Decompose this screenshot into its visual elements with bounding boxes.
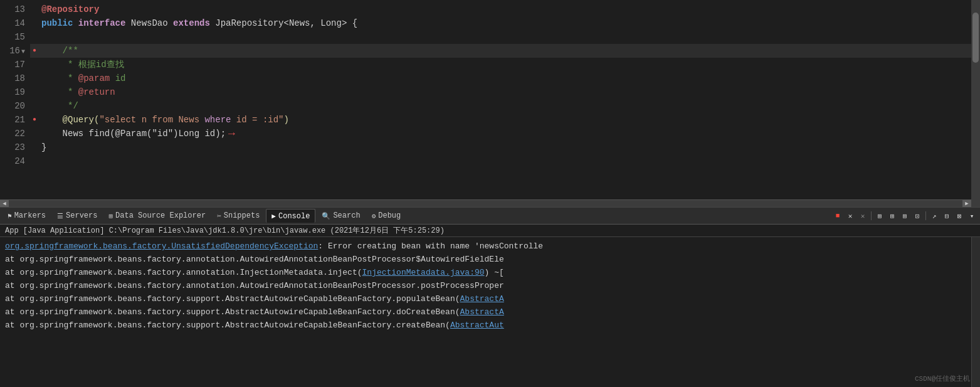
dropdown-btn[interactable]: ▾ bbox=[966, 210, 977, 221]
breakpoint-dot[interactable]: ● bbox=[33, 44, 41, 58]
close-btn[interactable]: ⊠ bbox=[954, 210, 965, 221]
console-line: at org.springframework.beans.factory.ann… bbox=[0, 253, 980, 266]
breakpoint-dot[interactable]: ● bbox=[33, 113, 41, 127]
code-token: "select n from News bbox=[99, 113, 204, 127]
console-toolbar: ■✕✕⊞⊞⊞⊡↗⊟⊠▾ bbox=[832, 210, 977, 221]
tab-snippets[interactable]: ✂Snippets bbox=[212, 209, 265, 223]
tab-label: Data Source Explorer bbox=[115, 211, 206, 220]
right-panel bbox=[971, 237, 980, 387]
console-prefix: at org.springframework.beans.factory.ann… bbox=[5, 268, 362, 277]
line-number: 18 bbox=[8, 72, 25, 85]
code-token: public bbox=[41, 16, 78, 30]
code-token: ) bbox=[283, 113, 288, 127]
code-token: @Query( bbox=[41, 113, 99, 127]
scroll-track bbox=[9, 200, 962, 208]
line-number: 20 bbox=[8, 99, 25, 113]
code-editor: 13141516▼1718192021222324 @Repositorypub… bbox=[0, 0, 980, 207]
code-line: * @param id bbox=[30, 72, 971, 85]
view-btn1[interactable]: ⊞ bbox=[874, 210, 885, 221]
separator bbox=[871, 211, 872, 220]
tab-icon: ⊞ bbox=[108, 212, 113, 220]
vertical-scrollbar[interactable] bbox=[971, 0, 980, 207]
code-line: * @return bbox=[30, 85, 971, 99]
tab-icon: ☰ bbox=[57, 212, 63, 220]
tab-servers[interactable]: ☰Servers bbox=[52, 209, 102, 223]
code-line: ● /** bbox=[30, 44, 971, 58]
tab-icon: ⚙ bbox=[372, 212, 376, 220]
horizontal-scrollbar[interactable]: ◀ ▶ bbox=[0, 199, 971, 207]
app-info-text: App [Java Application] C:\Program Files\… bbox=[5, 225, 445, 236]
console-output: org.springframework.beans.factory.Unsati… bbox=[0, 237, 980, 387]
exception-link[interactable]: org.springframework.beans.factory.Unsati… bbox=[5, 241, 318, 251]
stack-trace-link[interactable]: InjectionMetadata.java:90 bbox=[362, 268, 485, 277]
console-prefix: at org.springframework.beans.factory.sup… bbox=[5, 307, 460, 317]
error-arrow: → bbox=[228, 127, 235, 140]
code-token: @return bbox=[78, 85, 115, 99]
view-btn2[interactable]: ⊞ bbox=[887, 210, 898, 221]
code-token: } bbox=[41, 140, 46, 154]
code-token: where bbox=[204, 113, 231, 127]
line-number: 16▼ bbox=[8, 44, 25, 58]
code-token: interface bbox=[78, 16, 131, 30]
tab-label: Console bbox=[278, 212, 310, 221]
line-number: 23 bbox=[8, 140, 25, 154]
tab-label: Servers bbox=[66, 211, 97, 220]
tab-search[interactable]: 🔍Search bbox=[317, 209, 365, 223]
code-token: @Repository bbox=[41, 3, 99, 16]
code-token: JpaRepository<News, Long> { bbox=[215, 16, 357, 30]
console-line: at org.springframework.beans.factory.sup… bbox=[0, 319, 980, 332]
console-suffix: ) ~[ bbox=[485, 268, 504, 277]
open-btn[interactable]: ↗ bbox=[929, 210, 940, 221]
code-line: News find(@Param("id")Long id);→ bbox=[30, 127, 971, 140]
tab-label: Snippets bbox=[224, 211, 260, 220]
code-line: @Repository bbox=[30, 3, 971, 16]
code-token: * bbox=[41, 72, 78, 85]
code-line bbox=[30, 30, 971, 44]
code-token: /** bbox=[41, 44, 78, 58]
tab-data-source-explorer[interactable]: ⊞Data Source Explorer bbox=[103, 209, 211, 223]
code-line: ● @Query("select n from News where id = … bbox=[30, 113, 971, 127]
code-token: @param bbox=[78, 72, 110, 85]
stack-trace-link[interactable]: AbstractA bbox=[460, 294, 504, 304]
line-number: 15 bbox=[8, 30, 25, 44]
view-btn3[interactable]: ⊞ bbox=[899, 210, 910, 221]
code-token: */ bbox=[41, 99, 78, 113]
remove-btn[interactable]: ✕ bbox=[845, 210, 856, 221]
tab-console[interactable]: ▶Console bbox=[266, 209, 315, 223]
line-number: 19 bbox=[8, 85, 25, 99]
line-number: 13 bbox=[8, 3, 25, 16]
console-text: : Error creating bean with name 'newsCon… bbox=[318, 241, 543, 251]
line-number: 24 bbox=[8, 154, 25, 168]
scrollbar-thumb bbox=[972, 13, 979, 63]
line-number: 14 bbox=[8, 16, 25, 30]
app-info-bar: App [Java Application] C:\Program Files\… bbox=[0, 225, 980, 237]
stack-trace-link[interactable]: AbstractA bbox=[460, 307, 504, 317]
tab-icon: ▶ bbox=[271, 212, 276, 220]
code-line bbox=[30, 154, 971, 168]
stack-trace-link[interactable]: AbstractAut bbox=[450, 321, 504, 330]
tab-markers[interactable]: ⚑Markers bbox=[3, 209, 51, 223]
code-token: 根据id查找 bbox=[78, 58, 124, 72]
console-line: at org.springframework.beans.factory.sup… bbox=[0, 292, 980, 305]
code-token: * bbox=[41, 58, 78, 72]
console-line: at org.springframework.beans.factory.sup… bbox=[0, 305, 980, 319]
tab-label: Debug bbox=[378, 211, 401, 220]
minimize-btn[interactable]: ⊟ bbox=[941, 210, 952, 221]
separator2 bbox=[925, 211, 926, 220]
scroll-right-btn[interactable]: ▶ bbox=[962, 200, 971, 208]
scroll-left-btn[interactable]: ◀ bbox=[0, 200, 9, 208]
remove-all-btn[interactable]: ✕ bbox=[857, 210, 868, 221]
stop-btn[interactable]: ■ bbox=[832, 210, 843, 221]
line-number: 22 bbox=[8, 127, 25, 140]
code-token: * bbox=[41, 85, 78, 99]
view-btn4[interactable]: ⊡ bbox=[912, 210, 923, 221]
tab-icon: ⚑ bbox=[8, 212, 12, 220]
tab-icon: ✂ bbox=[217, 212, 221, 220]
tab-debug[interactable]: ⚙Debug bbox=[367, 209, 406, 223]
code-line: * 根据id查找 bbox=[30, 58, 971, 72]
code-line: } bbox=[30, 140, 971, 154]
tab-icon: 🔍 bbox=[322, 212, 330, 220]
code-token: id bbox=[110, 72, 125, 85]
code-line: public interface NewsDao extends JpaRepo… bbox=[30, 16, 971, 30]
line-number: 21 bbox=[8, 113, 25, 127]
